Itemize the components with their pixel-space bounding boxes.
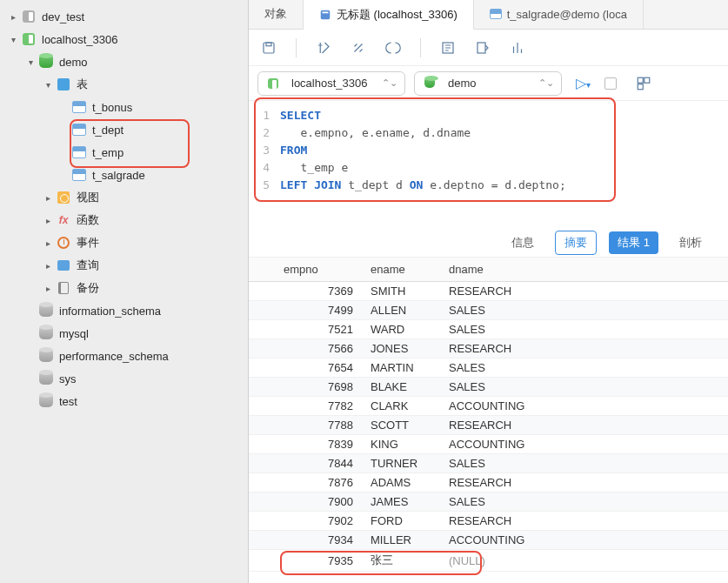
cell-dname[interactable]: RESEARCH: [440, 282, 728, 301]
cell-ename[interactable]: WARD: [362, 320, 440, 339]
tab-objects[interactable]: 对象: [249, 0, 304, 29]
cell-ename[interactable]: MILLER: [362, 531, 440, 550]
cell-ename[interactable]: TURNER: [362, 454, 440, 473]
export-button[interactable]: [471, 37, 494, 59]
cell-ename[interactable]: BLAKE: [362, 378, 440, 397]
table-row[interactable]: 7566JONESRESEARCH: [249, 339, 728, 359]
cell-empno[interactable]: 7499: [275, 301, 362, 320]
table-row[interactable]: 7499ALLENSALES: [249, 301, 728, 320]
table-t_emp[interactable]: t_emp: [0, 141, 248, 164]
group-views[interactable]: ▸ 视图: [0, 186, 248, 209]
code-line[interactable]: 5LEFT JOIN t_dept d ON e.deptno = d.dept…: [249, 176, 728, 193]
stop-button[interactable]: [604, 77, 617, 90]
cell-dname[interactable]: SALES: [440, 320, 728, 339]
cell-ename[interactable]: KING: [362, 435, 440, 454]
cell-ename[interactable]: MARTIN: [362, 359, 440, 378]
database-test[interactable]: test: [0, 390, 248, 412]
cell-empno[interactable]: 7839: [275, 435, 362, 454]
cell-empno[interactable]: 7566: [275, 339, 362, 359]
cell-ename[interactable]: CLARK: [362, 397, 440, 416]
cell-ename[interactable]: ALLEN: [362, 301, 440, 320]
table-row[interactable]: 7521WARDSALES: [249, 320, 728, 339]
group-functions[interactable]: ▸ fx 函数: [0, 209, 248, 231]
cell-dname[interactable]: ACCOUNTING: [440, 531, 728, 550]
database-selector[interactable]: demo ⌃⌄: [414, 71, 562, 96]
connection-localhost[interactable]: ▾ localhost_3306: [0, 28, 248, 50]
cell-empno[interactable]: 7369: [275, 282, 362, 301]
table-row[interactable]: 7839KINGACCOUNTING: [249, 435, 728, 454]
cell-dname[interactable]: RESEARCH: [440, 473, 728, 493]
run-button[interactable]: ▷▾: [571, 75, 596, 91]
database-performance_schema[interactable]: performance_schema: [0, 345, 248, 367]
cell-empno[interactable]: 7782: [275, 397, 362, 416]
table-row[interactable]: 7369SMITHRESEARCH: [249, 282, 728, 301]
cell-empno[interactable]: 7934: [275, 531, 362, 550]
cell-ename[interactable]: ADAMS: [362, 473, 440, 493]
cell-ename[interactable]: SCOTT: [362, 416, 440, 435]
table-row[interactable]: 7844TURNERSALES: [249, 454, 728, 473]
cell-empno[interactable]: 7521: [275, 320, 362, 339]
format-button[interactable]: [312, 37, 335, 59]
database-demo[interactable]: ▾ demo: [0, 50, 248, 73]
cell-dname[interactable]: ACCOUNTING: [440, 397, 728, 416]
cell-empno[interactable]: 7844: [275, 454, 362, 473]
cell-dname[interactable]: SALES: [440, 454, 728, 473]
column-header-dname[interactable]: dname: [440, 258, 728, 282]
cell-empno[interactable]: 7902: [275, 512, 362, 531]
connection-selector[interactable]: localhost_3306 ⌃⌄: [257, 71, 405, 96]
cell-dname[interactable]: RESEARCH: [440, 512, 728, 531]
table-row[interactable]: 7876ADAMSRESEARCH: [249, 473, 728, 493]
cell-empno[interactable]: 7900: [275, 493, 362, 512]
table-t_salgrade[interactable]: t_salgrade: [0, 164, 248, 186]
cell-dname[interactable]: RESEARCH: [440, 416, 728, 435]
table-t_bonus[interactable]: t_bonus: [0, 96, 248, 118]
cell-dname[interactable]: SALES: [440, 378, 728, 397]
cell-ename[interactable]: SMITH: [362, 282, 440, 301]
database-mysql[interactable]: mysql: [0, 322, 248, 345]
table-row[interactable]: 7934MILLERACCOUNTING: [249, 531, 728, 550]
database-sys[interactable]: sys: [0, 367, 248, 390]
explain-button[interactable]: [437, 37, 459, 59]
save-button[interactable]: [257, 37, 280, 59]
brackets-button[interactable]: [382, 37, 404, 59]
cell-dname[interactable]: RESEARCH: [440, 339, 728, 359]
sql-editor[interactable]: 1SELECT2 e.empno, e.ename, d.dname3FROM4…: [249, 101, 728, 228]
beautify-button[interactable]: [347, 37, 370, 59]
cell-ename[interactable]: JONES: [362, 339, 440, 359]
column-header-ename[interactable]: ename: [362, 258, 440, 282]
column-header-empno[interactable]: empno: [275, 258, 362, 282]
table-row[interactable]: 7902FORDRESEARCH: [249, 512, 728, 531]
cell-dname[interactable]: SALES: [440, 359, 728, 378]
code-line[interactable]: 4 t_emp e: [249, 158, 728, 176]
chart-button[interactable]: [506, 37, 529, 59]
layout-button[interactable]: [632, 72, 655, 95]
result-tab-result[interactable]: 结果 1: [609, 231, 658, 254]
table-row[interactable]: 7782CLARKACCOUNTING: [249, 397, 728, 416]
cell-dname[interactable]: SALES: [440, 301, 728, 320]
table-t_dept[interactable]: t_dept: [0, 118, 248, 141]
group-events[interactable]: ▸ 事件: [0, 231, 248, 254]
code-line[interactable]: 2 e.empno, e.ename, d.dname: [249, 124, 728, 141]
table-row[interactable]: 7935张三(NULL): [249, 550, 728, 572]
connection-dev-test[interactable]: ▸ dev_test: [0, 5, 248, 28]
result-grid[interactable]: empnoenamedname 7369SMITHRESEARCH7499ALL…: [249, 258, 728, 583]
cell-dname[interactable]: SALES: [440, 493, 728, 512]
cell-ename[interactable]: FORD: [362, 512, 440, 531]
table-row[interactable]: 7788SCOTTRESEARCH: [249, 416, 728, 435]
cell-dname[interactable]: (NULL): [440, 550, 728, 572]
cell-empno[interactable]: 7788: [275, 416, 362, 435]
result-tab-info[interactable]: 信息: [503, 231, 543, 254]
tab-sql-untitled[interactable]: 无标题 (localhost_3306): [304, 0, 474, 30]
group-backups[interactable]: ▸ 备份: [0, 277, 248, 299]
result-tab-profile[interactable]: 剖析: [671, 231, 711, 254]
tab-t-salgrade[interactable]: t_salgrade@demo (loca: [474, 0, 644, 29]
cell-ename[interactable]: JAMES: [362, 493, 440, 512]
cell-empno[interactable]: 7654: [275, 359, 362, 378]
group-tables[interactable]: ▾ 表: [0, 73, 248, 96]
table-row[interactable]: 7698BLAKESALES: [249, 378, 728, 397]
result-tab-summary[interactable]: 摘要: [555, 231, 597, 255]
code-line[interactable]: 3FROM: [249, 141, 728, 158]
cell-empno[interactable]: 7698: [275, 378, 362, 397]
cell-dname[interactable]: ACCOUNTING: [440, 435, 728, 454]
cell-ename[interactable]: 张三: [362, 550, 440, 572]
